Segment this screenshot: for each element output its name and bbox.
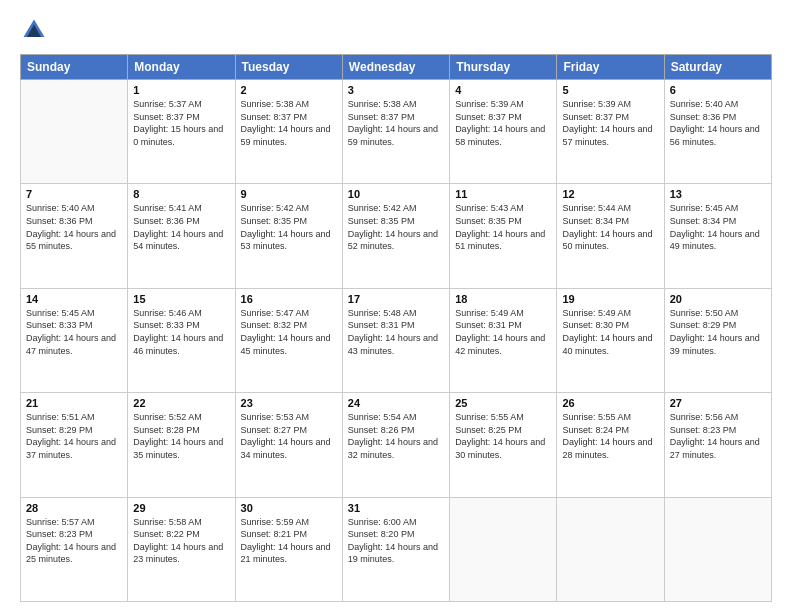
day-cell: 2Sunrise: 5:38 AMSunset: 8:37 PMDaylight… (235, 80, 342, 184)
day-info: Sunrise: 5:38 AMSunset: 8:37 PMDaylight:… (348, 98, 444, 148)
day-info: Sunrise: 5:46 AMSunset: 8:33 PMDaylight:… (133, 307, 229, 357)
column-header-monday: Monday (128, 55, 235, 80)
day-cell: 11Sunrise: 5:43 AMSunset: 8:35 PMDayligh… (450, 184, 557, 288)
day-cell: 1Sunrise: 5:37 AMSunset: 8:37 PMDaylight… (128, 80, 235, 184)
week-row-3: 14Sunrise: 5:45 AMSunset: 8:33 PMDayligh… (21, 288, 772, 392)
day-cell: 28Sunrise: 5:57 AMSunset: 8:23 PMDayligh… (21, 497, 128, 601)
day-cell: 27Sunrise: 5:56 AMSunset: 8:23 PMDayligh… (664, 393, 771, 497)
day-number: 6 (670, 84, 766, 96)
day-number: 12 (562, 188, 658, 200)
day-info: Sunrise: 5:49 AMSunset: 8:30 PMDaylight:… (562, 307, 658, 357)
day-cell: 9Sunrise: 5:42 AMSunset: 8:35 PMDaylight… (235, 184, 342, 288)
day-cell: 25Sunrise: 5:55 AMSunset: 8:25 PMDayligh… (450, 393, 557, 497)
day-info: Sunrise: 5:41 AMSunset: 8:36 PMDaylight:… (133, 202, 229, 252)
day-cell: 24Sunrise: 5:54 AMSunset: 8:26 PMDayligh… (342, 393, 449, 497)
day-info: Sunrise: 5:42 AMSunset: 8:35 PMDaylight:… (348, 202, 444, 252)
logo-icon (20, 16, 48, 44)
day-info: Sunrise: 5:45 AMSunset: 8:34 PMDaylight:… (670, 202, 766, 252)
day-info: Sunrise: 5:59 AMSunset: 8:21 PMDaylight:… (241, 516, 337, 566)
day-cell: 17Sunrise: 5:48 AMSunset: 8:31 PMDayligh… (342, 288, 449, 392)
week-row-4: 21Sunrise: 5:51 AMSunset: 8:29 PMDayligh… (21, 393, 772, 497)
day-cell: 21Sunrise: 5:51 AMSunset: 8:29 PMDayligh… (21, 393, 128, 497)
day-number: 28 (26, 502, 122, 514)
day-number: 13 (670, 188, 766, 200)
day-cell: 19Sunrise: 5:49 AMSunset: 8:30 PMDayligh… (557, 288, 664, 392)
day-info: Sunrise: 5:55 AMSunset: 8:24 PMDaylight:… (562, 411, 658, 461)
day-info: Sunrise: 5:50 AMSunset: 8:29 PMDaylight:… (670, 307, 766, 357)
day-number: 27 (670, 397, 766, 409)
day-cell (21, 80, 128, 184)
day-info: Sunrise: 5:40 AMSunset: 8:36 PMDaylight:… (26, 202, 122, 252)
week-row-2: 7Sunrise: 5:40 AMSunset: 8:36 PMDaylight… (21, 184, 772, 288)
day-info: Sunrise: 5:37 AMSunset: 8:37 PMDaylight:… (133, 98, 229, 148)
day-info: Sunrise: 5:39 AMSunset: 8:37 PMDaylight:… (562, 98, 658, 148)
day-number: 16 (241, 293, 337, 305)
day-info: Sunrise: 5:42 AMSunset: 8:35 PMDaylight:… (241, 202, 337, 252)
day-number: 26 (562, 397, 658, 409)
column-header-tuesday: Tuesday (235, 55, 342, 80)
day-cell: 20Sunrise: 5:50 AMSunset: 8:29 PMDayligh… (664, 288, 771, 392)
day-number: 3 (348, 84, 444, 96)
day-cell: 15Sunrise: 5:46 AMSunset: 8:33 PMDayligh… (128, 288, 235, 392)
day-info: Sunrise: 5:48 AMSunset: 8:31 PMDaylight:… (348, 307, 444, 357)
day-info: Sunrise: 5:45 AMSunset: 8:33 PMDaylight:… (26, 307, 122, 357)
logo (20, 16, 52, 44)
day-number: 15 (133, 293, 229, 305)
day-info: Sunrise: 5:53 AMSunset: 8:27 PMDaylight:… (241, 411, 337, 461)
day-number: 18 (455, 293, 551, 305)
day-number: 10 (348, 188, 444, 200)
day-cell: 30Sunrise: 5:59 AMSunset: 8:21 PMDayligh… (235, 497, 342, 601)
day-number: 19 (562, 293, 658, 305)
day-info: Sunrise: 5:38 AMSunset: 8:37 PMDaylight:… (241, 98, 337, 148)
day-cell: 31Sunrise: 6:00 AMSunset: 8:20 PMDayligh… (342, 497, 449, 601)
day-cell: 26Sunrise: 5:55 AMSunset: 8:24 PMDayligh… (557, 393, 664, 497)
day-info: Sunrise: 5:51 AMSunset: 8:29 PMDaylight:… (26, 411, 122, 461)
day-cell (664, 497, 771, 601)
day-cell: 4Sunrise: 5:39 AMSunset: 8:37 PMDaylight… (450, 80, 557, 184)
day-info: Sunrise: 5:49 AMSunset: 8:31 PMDaylight:… (455, 307, 551, 357)
day-cell: 3Sunrise: 5:38 AMSunset: 8:37 PMDaylight… (342, 80, 449, 184)
day-info: Sunrise: 5:44 AMSunset: 8:34 PMDaylight:… (562, 202, 658, 252)
day-number: 9 (241, 188, 337, 200)
day-info: Sunrise: 5:39 AMSunset: 8:37 PMDaylight:… (455, 98, 551, 148)
day-number: 30 (241, 502, 337, 514)
week-row-5: 28Sunrise: 5:57 AMSunset: 8:23 PMDayligh… (21, 497, 772, 601)
calendar-table: SundayMondayTuesdayWednesdayThursdayFrid… (20, 54, 772, 602)
column-header-thursday: Thursday (450, 55, 557, 80)
day-number: 29 (133, 502, 229, 514)
column-header-friday: Friday (557, 55, 664, 80)
day-cell: 5Sunrise: 5:39 AMSunset: 8:37 PMDaylight… (557, 80, 664, 184)
day-number: 25 (455, 397, 551, 409)
day-info: Sunrise: 6:00 AMSunset: 8:20 PMDaylight:… (348, 516, 444, 566)
day-number: 21 (26, 397, 122, 409)
day-cell: 13Sunrise: 5:45 AMSunset: 8:34 PMDayligh… (664, 184, 771, 288)
day-number: 1 (133, 84, 229, 96)
week-row-1: 1Sunrise: 5:37 AMSunset: 8:37 PMDaylight… (21, 80, 772, 184)
day-number: 31 (348, 502, 444, 514)
day-number: 4 (455, 84, 551, 96)
header (20, 16, 772, 44)
day-number: 20 (670, 293, 766, 305)
day-info: Sunrise: 5:43 AMSunset: 8:35 PMDaylight:… (455, 202, 551, 252)
day-info: Sunrise: 5:47 AMSunset: 8:32 PMDaylight:… (241, 307, 337, 357)
day-info: Sunrise: 5:57 AMSunset: 8:23 PMDaylight:… (26, 516, 122, 566)
day-info: Sunrise: 5:56 AMSunset: 8:23 PMDaylight:… (670, 411, 766, 461)
day-number: 2 (241, 84, 337, 96)
column-header-saturday: Saturday (664, 55, 771, 80)
header-row: SundayMondayTuesdayWednesdayThursdayFrid… (21, 55, 772, 80)
day-cell: 7Sunrise: 5:40 AMSunset: 8:36 PMDaylight… (21, 184, 128, 288)
day-number: 5 (562, 84, 658, 96)
day-number: 8 (133, 188, 229, 200)
day-number: 17 (348, 293, 444, 305)
day-cell: 18Sunrise: 5:49 AMSunset: 8:31 PMDayligh… (450, 288, 557, 392)
day-number: 11 (455, 188, 551, 200)
day-cell: 29Sunrise: 5:58 AMSunset: 8:22 PMDayligh… (128, 497, 235, 601)
day-cell: 14Sunrise: 5:45 AMSunset: 8:33 PMDayligh… (21, 288, 128, 392)
day-number: 23 (241, 397, 337, 409)
day-number: 14 (26, 293, 122, 305)
day-cell (557, 497, 664, 601)
day-cell: 8Sunrise: 5:41 AMSunset: 8:36 PMDaylight… (128, 184, 235, 288)
day-number: 22 (133, 397, 229, 409)
day-info: Sunrise: 5:55 AMSunset: 8:25 PMDaylight:… (455, 411, 551, 461)
day-cell: 23Sunrise: 5:53 AMSunset: 8:27 PMDayligh… (235, 393, 342, 497)
